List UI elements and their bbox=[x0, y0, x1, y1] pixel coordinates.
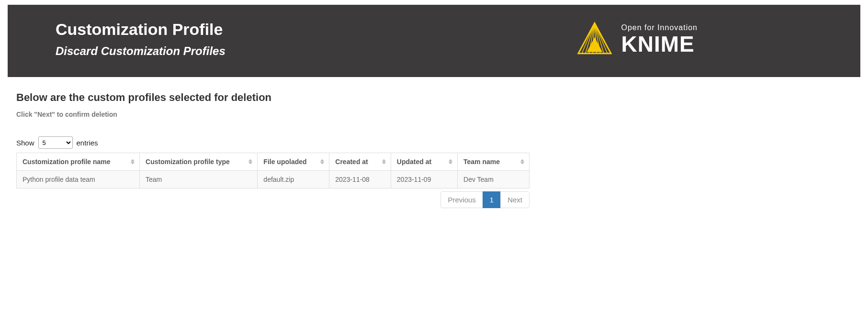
col-label: Customization profile type bbox=[146, 158, 230, 166]
page-1-button[interactable]: 1 bbox=[483, 191, 501, 208]
sort-icon bbox=[131, 159, 135, 165]
brand-tagline: Open for Innovation bbox=[621, 23, 698, 32]
page-subtitle: Discard Customization Profiles bbox=[56, 44, 225, 58]
header: Customization Profile Discard Customizat… bbox=[8, 5, 860, 77]
next-button[interactable]: Next bbox=[500, 191, 530, 208]
col-label: Customization profile name bbox=[23, 158, 111, 166]
pagination: Previous 1 Next bbox=[16, 191, 530, 208]
col-label: Updated at bbox=[397, 158, 431, 166]
col-profile-name[interactable]: Customization profile name bbox=[17, 153, 140, 171]
col-team[interactable]: Team name bbox=[458, 153, 530, 171]
col-profile-type[interactable]: Customization profile type bbox=[140, 153, 258, 171]
col-created[interactable]: Created at bbox=[329, 153, 391, 171]
sort-icon bbox=[248, 159, 252, 165]
table-row: Python profile data team Team default.zi… bbox=[17, 171, 530, 189]
page-length-row: Show 5 entries bbox=[16, 136, 530, 149]
content: Below are the custom profiles selected f… bbox=[0, 77, 546, 222]
sort-icon bbox=[520, 159, 524, 165]
col-label: File upoladed bbox=[263, 158, 306, 166]
show-label: Show bbox=[16, 139, 34, 147]
cell-profile-name: Python profile data team bbox=[17, 171, 140, 189]
col-file[interactable]: File upoladed bbox=[258, 153, 329, 171]
sort-icon bbox=[382, 159, 386, 165]
sort-icon bbox=[320, 159, 324, 165]
cell-file: default.zip bbox=[258, 171, 329, 189]
table-header-row: Customization profile name Customization… bbox=[17, 153, 530, 171]
header-left: Customization Profile Discard Customizat… bbox=[56, 20, 225, 58]
profiles-table: Customization profile name Customization… bbox=[16, 153, 530, 189]
col-label: Created at bbox=[335, 158, 368, 166]
cell-updated: 2023-11-09 bbox=[391, 171, 457, 189]
svg-marker-9 bbox=[587, 37, 603, 52]
cell-profile-type: Team bbox=[140, 171, 258, 189]
page-title: Customization Profile bbox=[56, 20, 225, 39]
sort-icon bbox=[449, 159, 452, 165]
brand-text: Open for Innovation KNIME bbox=[621, 23, 698, 55]
cell-created: 2023-11-08 bbox=[329, 171, 391, 189]
col-label: Team name bbox=[463, 158, 500, 166]
previous-button[interactable]: Previous bbox=[440, 191, 483, 208]
section-heading: Below are the custom profiles selected f… bbox=[16, 91, 530, 104]
cell-team: Dev Team bbox=[458, 171, 530, 189]
col-updated[interactable]: Updated at bbox=[391, 153, 457, 171]
brand-logo: Open for Innovation KNIME bbox=[577, 22, 698, 57]
brand-name: KNIME bbox=[621, 33, 698, 55]
page-length-select[interactable]: 5 bbox=[38, 136, 73, 149]
entries-label: entries bbox=[77, 139, 98, 147]
section-hint: Click "Next" to confirm deletion bbox=[16, 111, 530, 118]
knime-triangle-icon bbox=[577, 22, 612, 57]
